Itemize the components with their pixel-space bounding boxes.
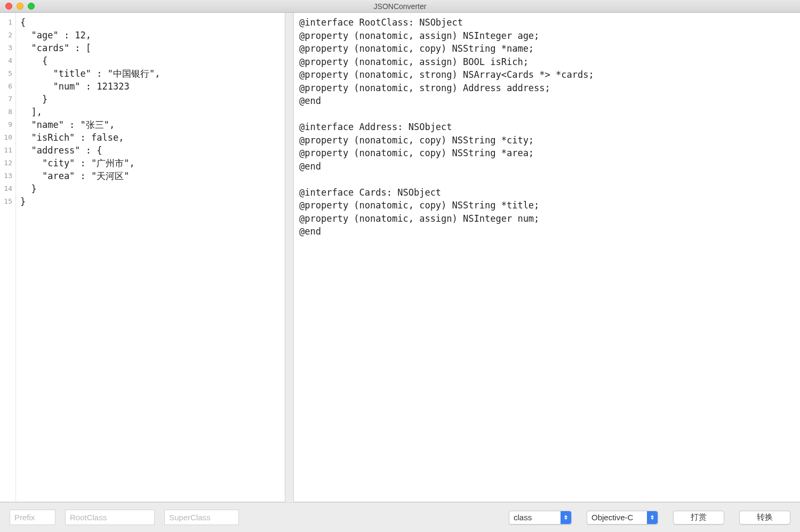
titlebar: JSONConverter [0, 0, 800, 13]
line-number: 7 [0, 93, 15, 106]
minimize-window-button[interactable] [17, 3, 23, 10]
line-number: 8 [0, 106, 15, 118]
line-number: 10 [0, 131, 15, 144]
zoom-window-button[interactable] [28, 3, 35, 10]
language-select[interactable]: Objective-C [587, 511, 658, 525]
panel-divider [285, 13, 293, 502]
line-number: 12 [0, 157, 15, 170]
type-select[interactable]: class [509, 511, 572, 525]
line-number: 3 [0, 42, 15, 54]
line-number: 14 [0, 182, 15, 195]
line-number: 4 [0, 54, 15, 67]
traffic-lights [0, 3, 35, 10]
main-area: 123456789101112131415 { "age" : 12, "car… [0, 13, 800, 502]
close-window-button[interactable] [5, 3, 12, 10]
bottom-toolbar: class Objective-C 打赏 转换 [0, 502, 800, 532]
line-number: 15 [0, 195, 15, 208]
language-select-wrap: Objective-C [587, 511, 658, 525]
type-select-wrap: class [509, 511, 572, 525]
line-number-gutter: 123456789101112131415 [0, 13, 16, 502]
line-number: 13 [0, 170, 15, 182]
code-output-panel[interactable]: @interface RootClass: NSObject @property… [293, 13, 800, 502]
rootclass-input[interactable] [65, 510, 155, 525]
line-number: 1 [0, 16, 15, 29]
line-number: 11 [0, 144, 15, 157]
superclass-input[interactable] [164, 510, 239, 525]
line-number: 5 [0, 67, 15, 80]
reward-button[interactable]: 打赏 [673, 511, 724, 525]
json-input-panel: 123456789101112131415 { "age" : 12, "car… [0, 13, 285, 502]
json-editor[interactable]: { "age" : 12, "cards" : [ { "title" : "中… [16, 13, 285, 502]
line-number: 9 [0, 118, 15, 131]
prefix-input[interactable] [10, 510, 55, 525]
convert-button[interactable]: 转换 [739, 511, 790, 525]
window-title: JSONConverter [374, 2, 427, 11]
line-number: 6 [0, 80, 15, 93]
line-number: 2 [0, 29, 15, 42]
